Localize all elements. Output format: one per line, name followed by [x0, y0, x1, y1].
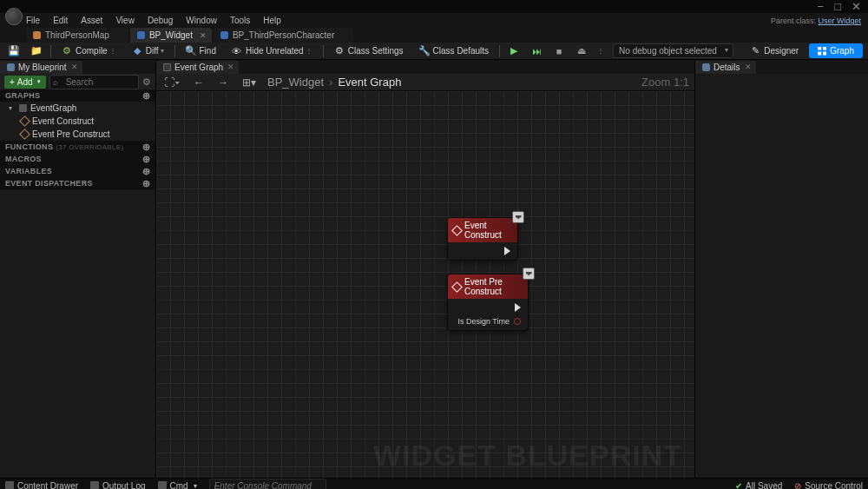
graph-menu-icon[interactable]: ⛶▾ [161, 75, 182, 90]
parent-class-link[interactable]: User Widget [818, 17, 861, 25]
designer-mode-button[interactable]: ✎Designer [745, 44, 804, 58]
graph-canvas[interactable]: WIDGET BLUEPRINT Event Construct Event P… [156, 91, 694, 478]
diff-button[interactable]: ◆Diff▾ [127, 44, 169, 58]
graph-icon [818, 47, 826, 56]
breadcrumb-asset[interactable]: BP_Widget [267, 76, 324, 89]
output-log-button[interactable]: Output Log [90, 481, 145, 490]
close-icon[interactable]: ✕ [200, 31, 207, 40]
status-bar: Content Drawer Output Log Cmd▾ ✔All Save… [0, 478, 868, 489]
menu-help[interactable]: Help [263, 16, 281, 25]
my-blueprint-tab[interactable]: My Blueprint✕ [0, 61, 82, 74]
console-input[interactable] [209, 479, 326, 490]
toolbar: 💾 📁 ⚙Compile⋮ ◆Diff▾ 🔍Find 👁Hide Unrelat… [0, 43, 868, 60]
event-icon [19, 116, 30, 127]
add-macro-icon[interactable]: ⊕ [142, 154, 150, 165]
tab-thirdpersonmap[interactable]: ThirdPersonMap [26, 28, 128, 43]
search-icon: 🔍 [186, 46, 196, 56]
menubar: File Edit Asset View Debug Window Tools … [0, 13, 868, 27]
bool-output-pin[interactable] [514, 318, 521, 325]
hide-unrelated-button[interactable]: 👁Hide Unrelated⋮ [227, 44, 318, 58]
main-area: My Blueprint✕ + Add ⌕ ⚙ GRAPHS⊕ ▾EventGr… [0, 60, 868, 478]
all-saved-status[interactable]: ✔All Saved [735, 481, 782, 490]
stop-button[interactable]: ■ [550, 44, 568, 58]
section-macros[interactable]: MACROS⊕ [0, 153, 155, 165]
add-variable-icon[interactable]: ⊕ [142, 166, 150, 177]
step-button[interactable]: ⏭ [528, 44, 545, 58]
separator [499, 45, 500, 57]
map-icon [33, 31, 41, 39]
close-icon[interactable]: ✕ [227, 63, 234, 71]
save-button[interactable]: 💾 [5, 44, 23, 58]
tree-event-construct[interactable]: Event Construct [0, 115, 155, 128]
minimize-button[interactable]: − [818, 0, 825, 13]
save-icon: 💾 [9, 46, 19, 56]
add-dispatcher-icon[interactable]: ⊕ [142, 178, 150, 189]
stop-icon: ■ [554, 46, 564, 56]
menu-tools[interactable]: Tools [230, 16, 250, 25]
node-event-pre-construct[interactable]: Event Pre Construct Is Design Time [447, 274, 529, 331]
section-dispatchers[interactable]: EVENT DISPATCHERS⊕ [0, 177, 155, 189]
compile-button[interactable]: ⚙Compile⋮ [56, 44, 122, 58]
settings-gear-icon[interactable]: ⚙ [142, 76, 151, 88]
check-icon: ✔ [735, 481, 742, 490]
section-functions[interactable]: FUNCTIONS(37 OVERRIDABLE)⊕ [0, 141, 155, 153]
separator [174, 45, 175, 57]
close-button[interactable]: ✕ [852, 0, 861, 13]
disabled-icon: ⊘ [794, 481, 801, 490]
node-badge-icon [523, 268, 535, 280]
exec-output-pin[interactable] [504, 247, 510, 255]
menu-window[interactable]: Window [186, 16, 217, 25]
log-icon [90, 481, 99, 489]
panel-icon [702, 63, 710, 71]
eject-button[interactable]: ⏏ [573, 44, 590, 58]
add-button[interactable]: + Add [4, 76, 46, 89]
play-options-button[interactable]: ⋮ [595, 45, 608, 56]
node-event-construct[interactable]: Event Construct [447, 217, 518, 261]
step-icon: ⏭ [531, 46, 542, 56]
maximize-button[interactable]: □ [834, 0, 841, 13]
event-icon [19, 129, 30, 140]
panel-icon [7, 63, 15, 71]
menu-debug[interactable]: Debug [148, 16, 173, 25]
find-button[interactable]: 🔍Find [181, 44, 221, 58]
menu-file[interactable]: File [26, 16, 40, 25]
separator [323, 45, 324, 57]
section-variables[interactable]: VARIABLES⊕ [0, 165, 155, 177]
search-input[interactable] [49, 75, 139, 89]
event-graph-tab[interactable]: Event Graph✕ [156, 61, 239, 74]
menu-view[interactable]: View [115, 16, 135, 25]
nav-back-button[interactable]: ← [191, 75, 207, 90]
class-settings-button[interactable]: ⚙Class Settings [329, 44, 409, 58]
add-function-icon[interactable]: ⊕ [142, 142, 150, 153]
tab-bp-thirdpersoncharacter[interactable]: BP_ThirdPersonCharacter [214, 28, 353, 43]
details-tab[interactable]: Details✕ [695, 61, 756, 74]
source-control-button[interactable]: ⊘Source Control [794, 481, 863, 490]
watermark-text: WIDGET BLUEPRINT [373, 439, 682, 472]
cmd-type-select[interactable]: Cmd▾ [158, 481, 197, 490]
section-graphs[interactable]: GRAPHS⊕ [0, 89, 155, 102]
browse-icon: 📁 [31, 46, 42, 56]
graph-list-icon[interactable]: ⊞▾ [240, 75, 259, 90]
browse-button[interactable]: 📁 [28, 44, 45, 58]
zoom-label: Zoom 1:1 [641, 76, 689, 89]
details-panel: Details✕ [694, 60, 868, 478]
tab-bp-widget[interactable]: BP_Widget✕ [130, 28, 212, 43]
tree-eventgraph[interactable]: ▾EventGraph [0, 102, 155, 115]
pin-label: Is Design Time [457, 317, 510, 326]
breadcrumb-graph[interactable]: Event Graph [338, 76, 401, 89]
exec-output-pin[interactable] [515, 303, 521, 312]
add-graph-icon[interactable]: ⊕ [142, 90, 150, 102]
play-button[interactable]: ▶ [505, 44, 523, 58]
debug-object-select[interactable]: No debug object selected [613, 43, 733, 58]
graph-mode-button[interactable]: Graph [809, 43, 863, 58]
nav-forward-button[interactable]: → [215, 75, 231, 90]
breadcrumb: BP_Widget › Event Graph [267, 76, 401, 89]
menu-asset[interactable]: Asset [81, 16, 102, 25]
play-icon: ▶ [509, 46, 519, 56]
content-drawer-button[interactable]: Content Drawer [5, 481, 78, 490]
close-icon[interactable]: ✕ [71, 63, 78, 71]
tree-event-pre-construct[interactable]: Event Pre Construct [0, 128, 155, 141]
close-icon[interactable]: ✕ [745, 63, 752, 71]
menu-edit[interactable]: Edit [53, 16, 68, 25]
class-defaults-button[interactable]: 🔧Class Defaults [414, 44, 494, 58]
